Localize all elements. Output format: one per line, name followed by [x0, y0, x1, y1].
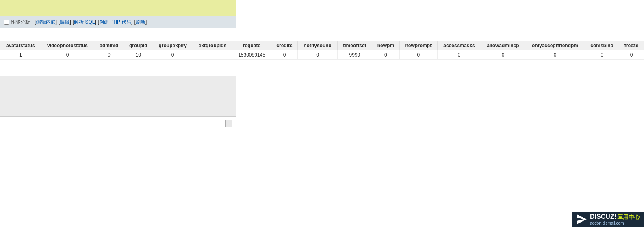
cell-newprompt: 0 [399, 50, 437, 60]
col-groupid: groupid [124, 41, 153, 50]
table-header: avatarstatus videophotostatus adminid gr… [0, 41, 644, 50]
col-onlyacceptfriendpm: onlyacceptfriendpm [525, 41, 585, 50]
col-regdate: regdate [232, 41, 271, 50]
link-edit-inline[interactable]: 编辑内嵌 [36, 19, 56, 25]
col-extgroupids: extgroupids [193, 41, 232, 50]
toolbar-link-wrapper-3: [解析 SQL] [73, 19, 96, 26]
cell-videophotostatus: 0 [41, 50, 94, 60]
col-avatarstatus: avatarstatus [0, 41, 41, 50]
col-freeze: freeze [619, 41, 644, 50]
discuz-sub-url: addon.dismall.com [590, 221, 640, 225]
cell-extgroupids [193, 50, 232, 60]
top-yellow-bar [0, 0, 236, 16]
bottom-box [0, 76, 236, 117]
performance-checkbox[interactable] [4, 20, 9, 25]
link-parse-sql[interactable]: 解析 SQL [74, 19, 95, 25]
cell-adminid: 0 [94, 50, 124, 60]
col-allowadmincp: allowadmincp [481, 41, 525, 50]
cell-regdate: 1530089145 [232, 50, 271, 60]
toolbar-link-wrapper-1: [编辑内嵌] [35, 19, 57, 26]
mini-collapse-icon[interactable]: – [225, 120, 232, 127]
spacer-top [0, 28, 644, 41]
toolbar-link-wrapper-4: [创建 PHP 代码] [98, 19, 133, 26]
discuz-arrow-icon [576, 214, 588, 225]
bottom-icon-row: – [0, 118, 236, 129]
col-adminid: adminid [94, 41, 124, 50]
col-newprompt: newprompt [399, 41, 437, 50]
toolbar-row: 性能分析 [编辑内嵌] [编辑] [解析 SQL] [创建 PHP 代码] [刷… [0, 16, 236, 28]
cell-avatarstatus: 1 [0, 50, 41, 60]
toolbar-link-wrapper-5: [刷新] [134, 19, 147, 26]
cell-onlyacceptfriendpm: 0 [525, 50, 585, 60]
cell-conisbind: 0 [585, 50, 619, 60]
cell-freeze: 0 [619, 50, 644, 60]
discuz-brand-name: DISCUZ!应用中心 [590, 213, 640, 220]
cell-groupexpiry: 0 [153, 50, 193, 60]
table-header-row: avatarstatus videophotostatus adminid gr… [0, 41, 644, 50]
col-groupexpiry: groupexpiry [153, 41, 193, 50]
toolbar-link-wrapper-2: [编辑] [59, 19, 71, 26]
cell-groupid: 10 [124, 50, 153, 60]
cell-allowadmincp: 0 [481, 50, 525, 60]
col-credits: credits [271, 41, 298, 50]
cell-credits: 0 [271, 50, 298, 60]
svg-marker-0 [577, 214, 587, 224]
cell-notifysound: 0 [298, 50, 337, 60]
table-row: 10010015300891450099990000000 [0, 50, 644, 60]
toolbar-separator [32, 20, 33, 25]
discuz-brand-text: DISCUZ!应用中心 addon.dismall.com [590, 213, 640, 225]
discuz-badge: DISCUZ!应用中心 addon.dismall.com [572, 212, 644, 227]
discuz-suffix: 应用中心 [617, 214, 640, 220]
col-timeoffset: timeoffset [337, 41, 372, 50]
data-table-container: avatarstatus videophotostatus adminid gr… [0, 41, 644, 60]
col-newpm: newpm [372, 41, 400, 50]
col-videophotostatus: videophotostatus [41, 41, 94, 50]
link-refresh[interactable]: 刷新 [136, 19, 145, 25]
col-accessmasks: accessmasks [437, 41, 481, 50]
cell-newpm: 0 [372, 50, 400, 60]
col-notifysound: notifysound [298, 41, 337, 50]
cell-accessmasks: 0 [437, 50, 481, 60]
data-table: avatarstatus videophotostatus adminid gr… [0, 41, 644, 60]
table-body: 10010015300891450099990000000 [0, 50, 644, 60]
cell-timeoffset: 9999 [337, 50, 372, 60]
performance-checkbox-label[interactable]: 性能分析 [4, 19, 30, 26]
performance-label: 性能分析 [11, 19, 30, 26]
col-conisbind: conisbind [585, 41, 619, 50]
link-create-php[interactable]: 创建 PHP 代码 [99, 19, 131, 25]
link-edit[interactable]: 编辑 [60, 19, 69, 25]
